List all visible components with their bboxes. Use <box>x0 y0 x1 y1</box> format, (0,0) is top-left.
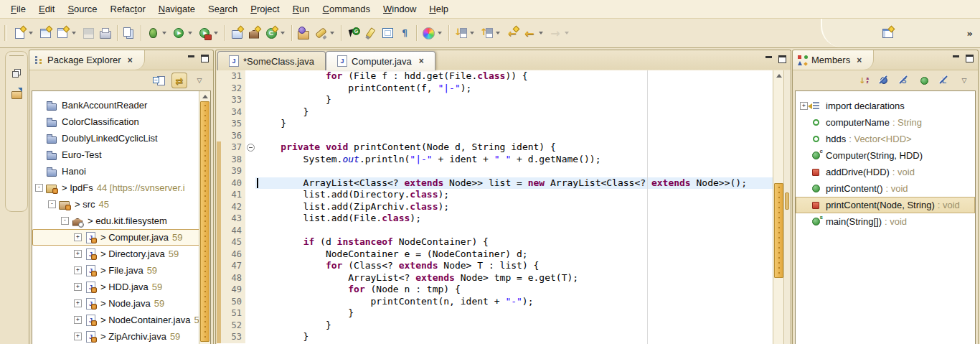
expand-icon[interactable]: + <box>74 299 82 307</box>
dropdown-arrow-icon[interactable] <box>281 32 285 34</box>
code-text[interactable]: ArrayList<? extends Node> tmp = e.get(T)… <box>255 272 790 284</box>
show-selected-element-button[interactable] <box>380 25 395 41</box>
back-button[interactable] <box>522 25 546 41</box>
editor-tab-someclass-java[interactable]: J*SomeClass.java <box>217 51 326 70</box>
member-item-adddrive-hdd[interactable]: addDrive(HDD): void <box>796 164 975 180</box>
tree-item-ziparchiv-java[interactable]: +J> ZipArchiv.java59 <box>32 328 210 344</box>
dropdown-arrow-icon[interactable] <box>188 32 192 34</box>
menu-edit[interactable]: Edit <box>32 1 61 17</box>
editor-body[interactable]: 31 for (File f : hdd.get(File.class)) {3… <box>217 70 790 344</box>
new-package-button[interactable] <box>246 25 262 41</box>
dropdown-arrow-icon[interactable] <box>29 32 33 34</box>
hide-fields-button[interactable] <box>876 73 892 88</box>
code-text[interactable]: if (d instanceof NodeContainer) { <box>255 236 790 248</box>
search-button[interactable] <box>313 25 337 41</box>
dropdown-arrow-icon[interactable] <box>330 32 334 34</box>
run-button[interactable] <box>171 25 195 41</box>
menu-refactor[interactable]: Refactor <box>104 1 152 17</box>
dropdown-arrow-icon[interactable] <box>565 32 569 34</box>
tree-item-euro-test[interactable]: Euro-Test <box>32 147 210 163</box>
minimize-button[interactable] <box>765 55 773 63</box>
code-text[interactable]: NodeContainer e = (NodeContainer) d; <box>255 248 790 261</box>
member-item-computer-string-hdd[interactable]: cComputer(String, HDD) <box>796 147 975 164</box>
tree-item-edu-kit-filesystem[interactable]: -> edu.kit.filesystem <box>32 213 210 229</box>
debug-button[interactable] <box>145 25 169 41</box>
tree-item-directory-java[interactable]: +J> Directory.java59 <box>32 246 210 262</box>
minimize-button[interactable] <box>187 55 195 62</box>
scroll-up-icon[interactable] <box>199 91 210 101</box>
menu-navigate[interactable]: Navigate <box>152 1 202 17</box>
tree-item-bankaccountreader[interactable]: BankAccountReader <box>32 97 210 113</box>
code-text[interactable]: } <box>255 320 790 332</box>
tree-scrollbar[interactable] <box>199 91 210 344</box>
expand-icon[interactable]: + <box>74 233 82 241</box>
open-perspective-button[interactable] <box>880 25 895 41</box>
maximize-button[interactable] <box>778 55 786 63</box>
next-annotation-button[interactable] <box>453 25 477 41</box>
tree-item-colorclassification[interactable]: ColorClassification <box>32 113 210 130</box>
tree-item-hanoi[interactable]: Hanoi <box>32 163 210 180</box>
show-whitespace-button[interactable] <box>397 25 413 41</box>
code-text[interactable]: list.add(File.class); <box>255 213 790 225</box>
dropdown-arrow-icon[interactable] <box>72 32 76 34</box>
external-tools-button[interactable] <box>197 25 221 41</box>
code-text[interactable]: } <box>255 118 790 130</box>
dropdown-arrow-icon[interactable] <box>539 32 543 34</box>
member-item-import-declarations[interactable]: +import declarations <box>796 98 975 114</box>
scroll-up-icon[interactable] <box>773 70 784 80</box>
previous-annotation-button[interactable] <box>479 25 503 41</box>
print-button[interactable] <box>98 25 113 41</box>
close-icon[interactable]: × <box>857 55 862 65</box>
dropdown-arrow-icon[interactable] <box>470 32 474 34</box>
restore-view-button[interactable] <box>7 65 26 81</box>
menu-help[interactable]: Help <box>423 1 455 17</box>
open-resource-button[interactable] <box>296 25 311 41</box>
link-with-editor-button[interactable] <box>171 73 187 88</box>
maximize-button[interactable] <box>966 55 974 62</box>
code-text[interactable] <box>255 225 790 237</box>
code-text[interactable]: } <box>255 331 790 343</box>
maximize-button[interactable] <box>201 55 209 62</box>
close-icon[interactable]: × <box>128 55 133 65</box>
mark-occurrences-button[interactable] <box>362 25 378 41</box>
hide-static-button[interactable] <box>896 73 912 88</box>
code-text[interactable]: list.add(ZipArchiv.class); <box>255 201 790 213</box>
expand-icon[interactable]: + <box>74 316 82 324</box>
hide-local-button[interactable] <box>936 73 952 88</box>
expand-icon[interactable]: + <box>800 102 808 110</box>
expand-icon[interactable]: + <box>74 266 82 274</box>
tree-item-src[interactable]: -> src45 <box>32 196 210 213</box>
member-item-printcontent-node-string[interactable]: printContent(Node, String): void <box>796 197 975 213</box>
collapse-all-button[interactable] <box>151 73 167 88</box>
member-item-main-string[interactable]: smain(String[]): void <box>796 213 975 230</box>
code-text[interactable]: ArrayList<Class<? extends Node>> list = … <box>255 177 790 190</box>
member-item-computername[interactable]: computerName: String <box>796 114 975 131</box>
view-menu-button[interactable] <box>192 73 207 88</box>
tree-item-doublylinkedcycliclist[interactable]: DoublyLinkedCyclicList <box>32 130 210 147</box>
collapse-icon[interactable]: - <box>48 200 56 208</box>
new-wizard-button[interactable] <box>11 25 36 41</box>
color-theme-button[interactable] <box>420 25 445 41</box>
code-text[interactable]: } <box>255 94 790 106</box>
code-text[interactable] <box>255 165 790 177</box>
tree-item-hdd-java[interactable]: +J> HDD.java59 <box>32 279 210 295</box>
dropdown-arrow-icon[interactable] <box>214 32 218 34</box>
members-tab[interactable]: Members × <box>793 50 874 70</box>
collapse-icon[interactable] <box>247 144 255 152</box>
editor-tab-computer-java[interactable]: JComputer.java× <box>326 51 435 70</box>
code-text[interactable]: for (File f : hdd.get(File.class)) { <box>255 70 790 83</box>
view-menu-button[interactable] <box>956 73 972 88</box>
menu-commands[interactable]: Commands <box>316 1 377 17</box>
menu-search[interactable]: Search <box>202 1 244 17</box>
menu-run[interactable]: Run <box>286 1 316 17</box>
member-item-printcontent[interactable]: printContent(): void <box>796 180 975 197</box>
minimize-button[interactable] <box>952 55 960 62</box>
code-text[interactable]: printContent(f, "|-"); <box>255 83 790 95</box>
expand-icon[interactable]: + <box>74 333 82 340</box>
show-public-button[interactable] <box>916 73 932 88</box>
navigate-to-type-button[interactable] <box>345 25 361 41</box>
last-edit-location-button[interactable] <box>504 25 520 41</box>
tree-item-computer-java[interactable]: +J> Computer.java59 <box>32 229 210 246</box>
code-text[interactable]: System.out.println("|-" + ident + " " + … <box>255 154 790 166</box>
tree-item-file-java[interactable]: +J> File.java59 <box>32 262 210 279</box>
